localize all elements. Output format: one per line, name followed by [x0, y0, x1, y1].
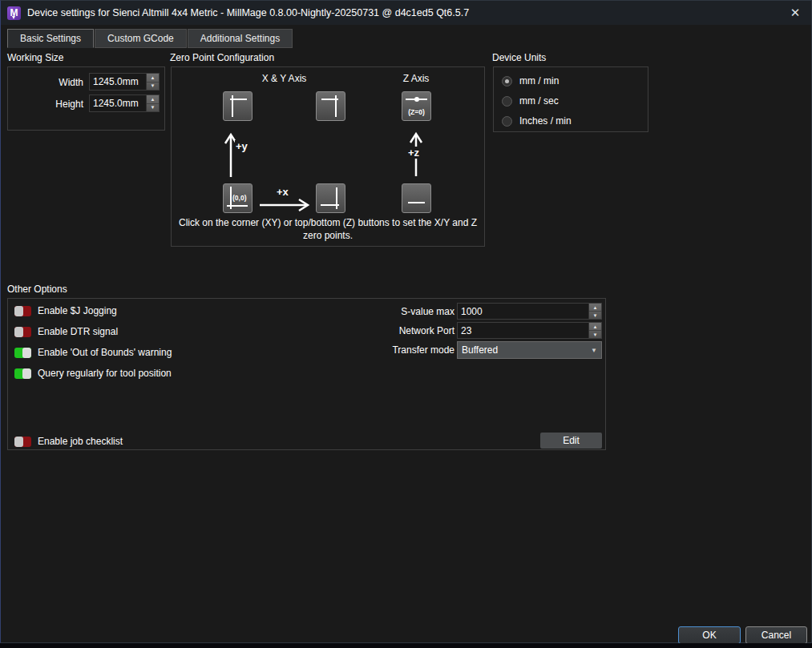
zero-point-title: Zero Point Configuration — [170, 52, 274, 63]
width-input[interactable] — [90, 74, 146, 90]
radio-inches-per-min[interactable] — [502, 116, 512, 127]
toggle-sj-jogging-label: Enable $J Jogging — [38, 305, 117, 316]
tab-custom-gcode[interactable]: Custom GCode — [95, 29, 187, 48]
radio-inches-per-min-label: Inches / min — [519, 115, 572, 127]
radio-mm-per-min-label: mm / min — [519, 75, 559, 87]
tab-bar: Basic Settings Custom GCode Additional S… — [7, 29, 293, 48]
working-size-title: Working Size — [7, 52, 63, 63]
network-port-label: Network Port — [361, 325, 454, 336]
window-title: Device settings for Sienci Altmill 4x4 M… — [27, 7, 469, 18]
height-input[interactable] — [90, 95, 146, 111]
z-zero-top-button[interactable]: (Z=0) — [402, 91, 431, 121]
radio-mm-per-sec-label: mm / sec — [519, 95, 559, 107]
device-settings-dialog: M Device settings for Sienci Altmill 4x4… — [0, 0, 812, 643]
origin-tag: (0,0) — [232, 194, 246, 202]
plus-y-arrow-icon — [221, 131, 240, 179]
s-value-max-label: S-value max — [361, 306, 454, 317]
plus-z-label: +z — [407, 147, 420, 159]
cancel-button[interactable]: Cancel — [745, 626, 807, 644]
toggle-query-tool-position-label: Query regularly for tool position — [38, 368, 172, 379]
dropdown-arrow-icon: ▼ — [591, 347, 597, 354]
plus-y-label: +y — [235, 140, 248, 152]
s-value-max-spinbox: ▲ ▼ — [457, 303, 602, 320]
ok-button[interactable]: OK — [678, 626, 741, 644]
plus-x-arrow-icon — [258, 197, 311, 215]
toggle-job-checklist[interactable] — [14, 437, 31, 447]
width-spin-up-icon[interactable]: ▲ — [147, 74, 159, 83]
toggle-dtr-signal[interactable] — [14, 327, 31, 337]
xy-zero-bottom-right-button[interactable] — [316, 183, 345, 213]
height-label: Height — [7, 99, 83, 110]
transfer-mode-dropdown[interactable]: Buffered ▼ — [457, 341, 602, 359]
height-spinbox: ▲ ▼ — [89, 95, 160, 112]
s-value-max-input[interactable] — [458, 304, 588, 319]
xy-zero-top-left-button[interactable] — [223, 91, 252, 121]
other-options-group: Enable $J Jogging Enable DTR signal Enab… — [7, 298, 606, 450]
transfer-mode-label: Transfer mode — [361, 344, 454, 356]
tab-additional-settings[interactable]: Additional Settings — [188, 29, 293, 48]
xy-zero-top-right-button[interactable] — [316, 91, 345, 121]
network-port-spinbox: ▲ ▼ — [457, 322, 602, 339]
toggle-sj-jogging[interactable] — [14, 306, 31, 316]
other-options-title: Other Options — [7, 284, 67, 295]
background-strip — [0, 643, 812, 648]
transfer-mode-value: Buffered — [462, 344, 498, 356]
edit-checklist-button[interactable]: Edit — [540, 433, 602, 449]
width-spinbox: ▲ ▼ — [89, 73, 160, 91]
network-port-spin-up-icon[interactable]: ▲ — [589, 323, 601, 331]
toggle-job-checklist-label: Enable job checklist — [38, 436, 123, 447]
title-bar: M Device settings for Sienci Altmill 4x4… — [1, 1, 811, 25]
radio-mm-per-min[interactable] — [502, 76, 512, 87]
network-port-input[interactable] — [458, 323, 588, 338]
toggle-query-tool-position[interactable] — [14, 368, 31, 379]
s-value-spin-up-icon[interactable]: ▲ — [589, 304, 601, 312]
toggle-out-of-bounds-warning[interactable] — [14, 348, 31, 358]
close-icon[interactable]: ✕ — [786, 4, 805, 22]
plus-x-label: +x — [276, 186, 289, 198]
millmage-logo-icon: M — [7, 6, 21, 20]
width-spin-down-icon[interactable]: ▼ — [147, 83, 159, 91]
tab-basic-settings[interactable]: Basic Settings — [7, 29, 94, 48]
height-spin-down-icon[interactable]: ▼ — [147, 104, 159, 112]
z-zero-tag: (Z=0) — [402, 108, 430, 116]
s-value-spin-down-icon[interactable]: ▼ — [589, 312, 601, 319]
xy-zero-bottom-left-button[interactable]: (0,0) — [223, 183, 252, 213]
device-settings-window: M Device settings for Sienci Altmill 4x4… — [0, 0, 812, 648]
height-spin-up-icon[interactable]: ▲ — [147, 95, 159, 104]
zero-point-caption: Click on the corner (XY) or top/bottom (… — [176, 216, 479, 242]
device-units-title: Device Units — [492, 52, 546, 63]
xy-axis-label: X & Y Axis — [223, 73, 345, 84]
toggle-out-of-bounds-warning-label: Enable 'Out of Bounds' warning — [38, 347, 172, 358]
z-zero-bottom-button[interactable] — [402, 183, 431, 213]
z-axis-label: Z Axis — [376, 73, 456, 84]
toggle-dtr-signal-label: Enable DTR signal — [38, 326, 118, 337]
radio-mm-per-sec[interactable] — [502, 96, 512, 107]
device-units-group: mm / min mm / sec Inches / min — [493, 66, 648, 132]
width-label: Width — [7, 77, 83, 88]
network-port-spin-down-icon[interactable]: ▼ — [589, 331, 601, 338]
zero-point-group: X & Y Axis Z Axis (0,0) — [171, 66, 485, 247]
